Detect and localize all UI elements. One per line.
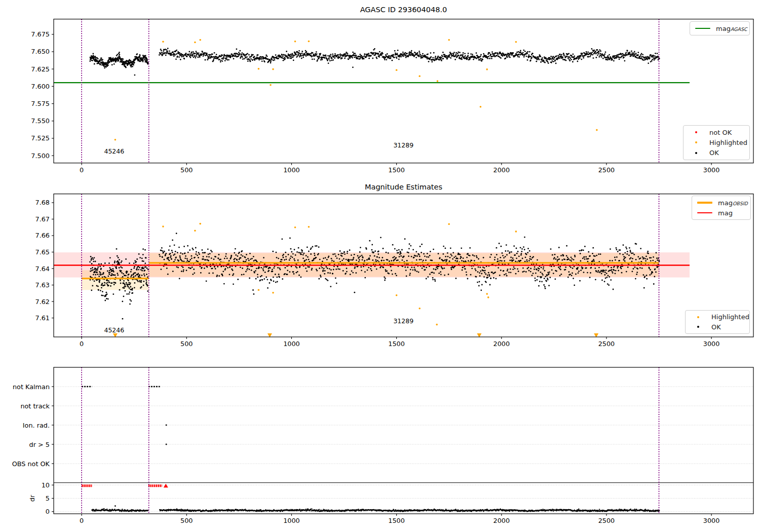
legend-row-ok: OK <box>691 322 744 332</box>
svg-text:7.625: 7.625 <box>31 65 50 73</box>
svg-text:Ion. rad.: Ion. rad. <box>23 422 50 429</box>
highlighted-marker-sample <box>689 141 704 143</box>
svg-text:7.65: 7.65 <box>35 248 50 256</box>
svg-text:500: 500 <box>180 340 193 348</box>
mag-obsid-line-sample <box>697 202 712 204</box>
svg-text:1500: 1500 <box>388 340 405 348</box>
svg-text:1500: 1500 <box>388 517 405 524</box>
svg-text:500: 500 <box>180 517 193 524</box>
svg-text:0: 0 <box>80 517 84 524</box>
legend-label: not OK <box>709 129 732 136</box>
mag-agasc-line-sample <box>695 28 710 29</box>
svg-text:7.525: 7.525 <box>31 134 50 142</box>
legend-label: Highlighted <box>709 139 747 146</box>
figure: 45246312890500100015002000250030007.5007… <box>0 0 760 532</box>
svg-text:2000: 2000 <box>493 166 510 174</box>
legend-label: magOBSID <box>718 199 748 207</box>
svg-text:0: 0 <box>80 166 84 174</box>
legend-label: Highlighted <box>711 313 749 321</box>
svg-text:7.67: 7.67 <box>35 215 50 223</box>
agasc-annotations: 4524631289 <box>104 141 413 155</box>
legend-label: OK <box>709 149 719 157</box>
svg-text:2500: 2500 <box>598 517 615 524</box>
svg-text:1000: 1000 <box>283 517 300 524</box>
legend-point-types-middle-panel: Highlighted OK <box>685 310 750 334</box>
svg-text:dr > 5: dr > 5 <box>29 441 50 448</box>
svg-text:7.68: 7.68 <box>35 199 50 206</box>
svg-text:2000: 2000 <box>493 517 510 524</box>
dr-axis-label: dr <box>28 495 36 502</box>
flags-dr-gt5 <box>166 444 167 445</box>
agasc-ok-scatter <box>89 48 660 75</box>
svg-text:0: 0 <box>80 340 84 348</box>
legend-row: magAGASC <box>695 23 744 33</box>
svg-text:5: 5 <box>46 495 50 502</box>
svg-text:10: 10 <box>42 481 50 489</box>
svg-text:1000: 1000 <box>283 166 300 174</box>
svg-text:45246: 45246 <box>104 147 124 155</box>
svg-text:1000: 1000 <box>283 340 300 348</box>
ok-marker-sample <box>691 326 706 328</box>
svg-text:3000: 3000 <box>703 517 720 524</box>
agasc-vlines <box>82 19 659 163</box>
svg-text:OBS not OK: OBS not OK <box>12 460 50 468</box>
legend-row-mag: mag <box>697 208 745 218</box>
legend-label: magAGASC <box>716 25 747 32</box>
legend-mag-agasc: magAGASC <box>690 21 750 35</box>
plot-canvas: 45246312890500100015002000250030007.5007… <box>0 0 760 532</box>
svg-text:31289: 31289 <box>393 317 413 325</box>
svg-text:7.500: 7.500 <box>31 152 50 160</box>
agasc-axes: 0500100015002000250030007.5007.5257.5507… <box>31 19 753 174</box>
legend-point-types-top-panel: not OK Highlighted OK <box>683 125 750 160</box>
svg-text:7.63: 7.63 <box>35 281 50 289</box>
svg-text:500: 500 <box>180 166 193 174</box>
svg-text:31289: 31289 <box>393 141 413 149</box>
legend-label: OK <box>711 323 721 331</box>
svg-text:3000: 3000 <box>703 340 720 348</box>
flags-vlines <box>82 367 659 514</box>
not-ok-marker-sample <box>689 131 704 133</box>
flags-ion-rad <box>166 425 167 426</box>
legend-mag-lines: magOBSID mag <box>692 196 751 220</box>
svg-text:1500: 1500 <box>388 166 405 174</box>
legend-label: mag <box>718 209 733 217</box>
svg-text:7.66: 7.66 <box>35 232 50 239</box>
svg-text:7.675: 7.675 <box>31 30 50 38</box>
svg-text:45246: 45246 <box>104 326 124 334</box>
legend-row-ok: OK <box>689 148 744 158</box>
legend-row-highlighted: Highlighted <box>689 137 744 147</box>
legend-row-mag-obsid: magOBSID <box>697 198 745 208</box>
magest-annotations: 4524631289 <box>104 317 413 334</box>
panel1-title: AGASC ID 293604048.0 <box>54 6 753 14</box>
legend-row-highlighted: Highlighted <box>691 312 744 322</box>
legend-row-not-ok: not OK <box>689 127 744 137</box>
svg-text:7.62: 7.62 <box>35 298 50 306</box>
svg-text:2000: 2000 <box>493 340 510 348</box>
svg-text:0: 0 <box>46 508 50 515</box>
flags-bad-dr <box>82 484 168 488</box>
svg-text:not Kalman: not Kalman <box>13 383 50 391</box>
svg-text:3000: 3000 <box>703 166 720 174</box>
svg-text:not track: not track <box>20 402 50 410</box>
panel2-title: Magnitude Estimates <box>54 183 753 191</box>
flags-axes: 050010001500200025003000not Kalmannot tr… <box>12 367 753 524</box>
svg-text:7.64: 7.64 <box>35 265 50 273</box>
svg-text:7.650: 7.650 <box>31 48 50 55</box>
svg-text:7.61: 7.61 <box>35 314 50 322</box>
svg-text:7.550: 7.550 <box>31 117 50 125</box>
svg-text:7.575: 7.575 <box>31 100 50 107</box>
ok-marker-sample <box>689 152 704 154</box>
highlighted-marker-sample <box>691 316 706 318</box>
svg-text:2500: 2500 <box>598 340 615 348</box>
flags-gridlines <box>54 387 753 512</box>
mag-line-sample <box>697 212 712 214</box>
flags-dr-scatter <box>91 505 660 512</box>
svg-text:7.600: 7.600 <box>31 83 50 90</box>
svg-text:2500: 2500 <box>598 166 615 174</box>
